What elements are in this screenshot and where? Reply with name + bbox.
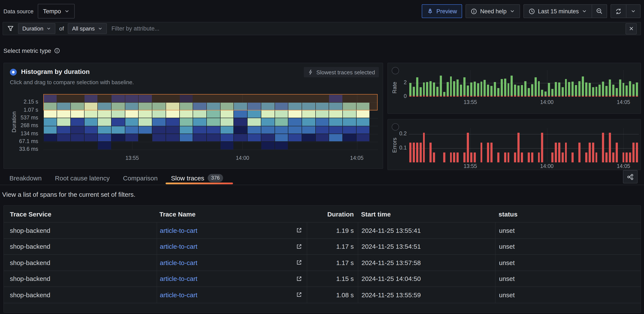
- cell-duration: 1.17 s: [306, 255, 358, 270]
- heatmap-cell: [98, 142, 111, 149]
- heatmap-cell: [275, 118, 288, 126]
- share-button[interactable]: [623, 170, 638, 183]
- refresh-group: [610, 4, 640, 18]
- lightning-icon: [308, 69, 314, 75]
- external-link-icon[interactable]: [296, 291, 302, 298]
- chart-bar: [413, 143, 415, 162]
- table-row: shop-backendarticle-to-cart1.17 s2024-11…: [4, 238, 640, 254]
- chevron-down-icon: [510, 9, 515, 14]
- tab-breakdown[interactable]: Breakdown: [10, 174, 42, 181]
- cell-trace-name: article-to-cart: [156, 239, 306, 254]
- heatmap-cell: [356, 134, 370, 142]
- chart-bar-overlay: [450, 96, 452, 97]
- tab-slow-traces[interactable]: Slow traces 376: [171, 174, 223, 182]
- chart-bar: [521, 85, 523, 97]
- time-range-button[interactable]: Last 15 minutes: [523, 4, 592, 18]
- chart-bar-overlay: [409, 96, 412, 97]
- trace-link[interactable]: article-to-cart: [160, 243, 197, 250]
- cell-trace-name: article-to-cart: [156, 271, 306, 286]
- chart-bar-overlay: [460, 96, 462, 97]
- chart-bar-overlay: [589, 96, 591, 97]
- chart-bar: [528, 88, 530, 97]
- heatmap-cell: [180, 126, 193, 134]
- trace-link[interactable]: article-to-cart: [160, 227, 197, 234]
- heatmap-x-labels: 13:5514:0014:05: [43, 155, 370, 163]
- chart-bar-overlay: [622, 96, 624, 97]
- heatmap-cell: [220, 110, 234, 118]
- chart-gridline: [547, 70, 547, 97]
- chart-bar: [504, 152, 506, 162]
- chart-bar-overlay: [443, 96, 445, 97]
- trace-link[interactable]: article-to-cart: [160, 291, 197, 298]
- heatmap-cell: [288, 110, 302, 118]
- cell-duration: 1.15 s: [306, 271, 358, 286]
- chart-bar: [585, 83, 587, 97]
- metric-type-row: Select metric type: [4, 47, 60, 54]
- chart-bar-overlay: [609, 96, 611, 97]
- attribute-filter-input[interactable]: [110, 25, 622, 32]
- refresh-interval-button[interactable]: [626, 4, 640, 18]
- tab-comparison[interactable]: Comparison: [123, 174, 158, 181]
- external-link-icon[interactable]: [296, 275, 302, 282]
- chart-bar-overlay: [453, 96, 456, 97]
- chevron-down-icon: [46, 26, 51, 31]
- metric-type-label: Select metric type: [4, 47, 51, 54]
- heatmap-cell: [57, 118, 70, 126]
- chart-bar: [541, 133, 544, 162]
- filter-field-select[interactable]: Duration: [18, 23, 55, 34]
- chart-bar: [420, 87, 422, 97]
- chart-bar-overlay: [548, 96, 550, 97]
- chart-bar-overlay: [616, 96, 618, 97]
- chart-bar: [433, 152, 435, 162]
- heatmap-cell: [152, 110, 166, 118]
- errors-chart-plot[interactable]: [409, 128, 639, 162]
- filter-scope-select[interactable]: All spans: [68, 23, 107, 34]
- zoom-out-button[interactable]: [592, 4, 607, 18]
- refresh-button[interactable]: [610, 4, 626, 18]
- heatmap-cell: [261, 110, 274, 118]
- rate-chart-plot[interactable]: [409, 70, 639, 97]
- heatmap-cell: [112, 126, 125, 134]
- chart-bar: [636, 83, 638, 97]
- external-link-icon[interactable]: [296, 259, 302, 266]
- active-tab-underline: [166, 183, 233, 184]
- chart-bar: [467, 86, 469, 97]
- cell-status: unset: [495, 222, 640, 238]
- heatmap-cell: [112, 118, 125, 126]
- trace-link[interactable]: article-to-cart: [160, 259, 197, 266]
- histogram-radio[interactable]: [10, 69, 17, 76]
- chart-bar: [606, 86, 608, 97]
- rate-radio[interactable]: [392, 67, 399, 74]
- heatmap-cell: [125, 134, 138, 142]
- top-toolbar: Data source Tempo Preview Need help Last…: [0, 0, 644, 22]
- cell-duration: 1.17 s: [306, 239, 358, 254]
- chart-bar: [585, 152, 587, 162]
- external-link-icon[interactable]: [296, 227, 302, 234]
- heatmap-selection[interactable]: [43, 94, 378, 110]
- col-header-start-time: Start time: [358, 210, 495, 218]
- tab-root-cause-latency[interactable]: Root cause latency: [55, 174, 110, 181]
- heatmap-cell: [57, 110, 70, 118]
- cell-start-time: 2024-11-25 14:04:50: [358, 271, 495, 286]
- heatmap-x-tick: 13:55: [115, 155, 149, 161]
- duration-heatmap-plot[interactable]: [43, 95, 378, 150]
- table-row: shop-backendarticle-to-cart1.08 s2024-11…: [4, 286, 640, 303]
- external-link-icon[interactable]: [296, 243, 302, 250]
- preview-button[interactable]: Preview: [422, 4, 462, 18]
- chart-bar: [497, 88, 500, 97]
- trace-link[interactable]: article-to-cart: [160, 275, 197, 282]
- clear-filter-button[interactable]: [626, 23, 637, 34]
- clock-icon: [528, 8, 535, 15]
- need-help-button[interactable]: Need help: [466, 4, 520, 18]
- heatmap-cell: [71, 126, 84, 134]
- chart-bar: [592, 143, 594, 162]
- chart-bar-overlay: [531, 96, 533, 97]
- chart-bar-overlay: [416, 96, 418, 97]
- col-header-trace-service: Trace Service: [4, 210, 156, 218]
- chart-bar-overlay: [463, 96, 466, 97]
- errors-radio[interactable]: [392, 123, 399, 131]
- chart-bar: [589, 143, 591, 162]
- chart-bar-overlay: [477, 96, 479, 97]
- chart-bar-overlay: [585, 96, 587, 97]
- datasource-select[interactable]: Tempo: [38, 4, 75, 19]
